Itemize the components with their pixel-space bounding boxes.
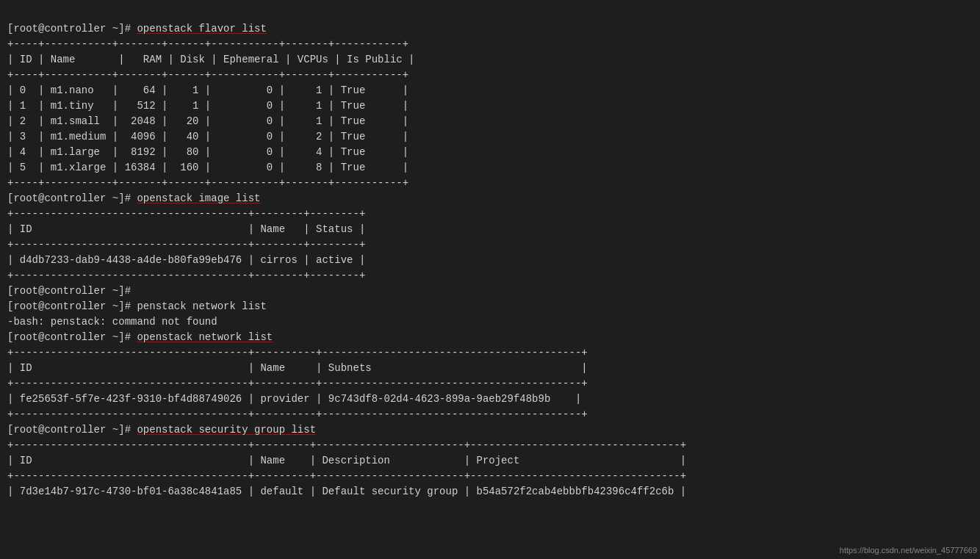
terminal-line: | 1 | m1.tiny | 512 | 1 | 0 | 1 | True | [7, 98, 973, 114]
terminal-line: +--------------------------------------+… [7, 345, 973, 361]
terminal-line: -bash: penstack: command not found [7, 314, 973, 330]
terminal-line: | 5 | m1.xlarge | 16384 | 160 | 0 | 8 | … [7, 160, 973, 176]
terminal-line: +--------------------------------------+… [7, 206, 973, 222]
command: openstack image list [137, 192, 260, 204]
terminal-line: [root@controller ~]# penstack network li… [7, 299, 973, 314]
watermark: https://blog.csdn.net/weixin_45777669 [840, 544, 977, 557]
terminal-line: [root@controller ~]# openstack security … [7, 422, 973, 438]
terminal-line: +--------------------------------------+… [7, 438, 973, 453]
terminal-line: [root@controller ~]# openstack network l… [7, 330, 973, 345]
prompt: [root@controller ~]# [7, 192, 137, 204]
terminal-line: [root@controller ~]# openstack flavor li… [7, 21, 973, 37]
terminal-line: [root@controller ~]# openstack image lis… [7, 191, 973, 206]
terminal-line: | ID | Name | Subnets | [7, 361, 973, 376]
terminal-line: | 7d3e14b7-917c-4730-bf01-6a38c4841a85 |… [7, 484, 973, 500]
terminal-line: +--------------------------------------+… [7, 376, 973, 392]
prompt: [root@controller ~]# [7, 424, 137, 436]
terminal-line: +--------------------------------------+… [7, 469, 973, 484]
prompt: [root@controller ~]# [7, 285, 131, 297]
prompt: [root@controller ~]# [7, 331, 137, 343]
terminal-line: | fe25653f-5f7e-423f-9310-bf4d88749026 |… [7, 392, 973, 407]
terminal-line: +----+-----------+-------+------+-------… [7, 68, 973, 83]
terminal-line: | d4db7233-dab9-4438-a4de-b80fa99eb476 |… [7, 253, 973, 268]
command: openstack network list [137, 331, 273, 343]
terminal-line: +--------------------------------------+… [7, 407, 973, 422]
terminal-line: | 2 | m1.small | 2048 | 20 | 0 | 1 | Tru… [7, 114, 973, 129]
terminal-line: | 0 | m1.nano | 64 | 1 | 0 | 1 | True | [7, 83, 973, 98]
terminal-line: [root@controller ~]# [7, 284, 973, 299]
terminal-line: +----+-----------+-------+------+-------… [7, 176, 973, 191]
terminal: [root@controller ~]# openstack flavor li… [0, 0, 980, 505]
terminal-line: | ID | Name | Description | Project | [7, 453, 973, 469]
terminal-line: +--------------------------------------+… [7, 237, 973, 253]
prompt: [root@controller ~]# [7, 23, 137, 35]
terminal-line: +----+-----------+-------+------+-------… [7, 37, 973, 52]
terminal-line: +--------------------------------------+… [7, 268, 973, 284]
terminal-line: | 3 | m1.medium | 4096 | 40 | 0 | 2 | Tr… [7, 129, 973, 145]
command: openstack security group list [137, 424, 316, 436]
prompt: [root@controller ~]# [7, 300, 137, 312]
terminal-line: | ID | Name | RAM | Disk | Ephemeral | V… [7, 52, 973, 68]
command: penstack network list [137, 300, 266, 312]
command: openstack flavor list [137, 23, 266, 35]
terminal-line: | ID | Name | Status | [7, 222, 973, 237]
terminal-line: | 4 | m1.large | 8192 | 80 | 0 | 4 | Tru… [7, 145, 973, 160]
